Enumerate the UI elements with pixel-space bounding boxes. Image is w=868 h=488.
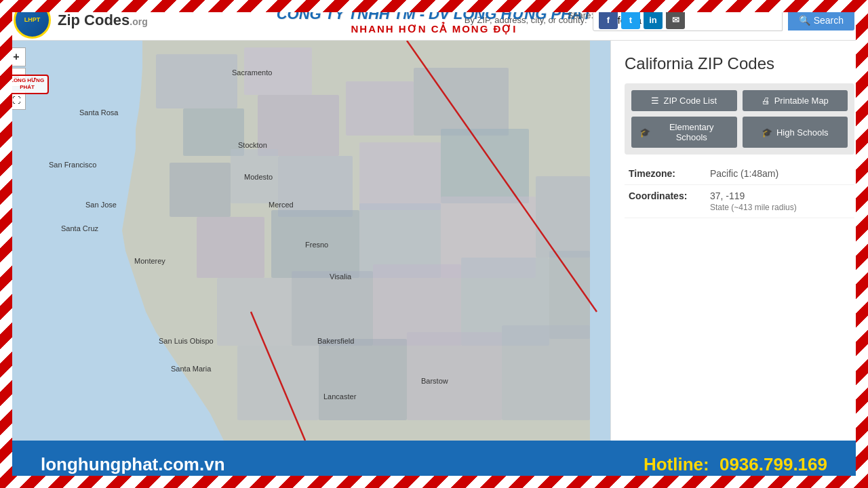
school-icon-high: 🎓 — [762, 127, 772, 138]
panel-title: California ZIP Codes — [625, 54, 854, 73]
list-icon: ☰ — [651, 96, 659, 106]
svg-rect-25 — [407, 332, 502, 420]
zip-code-list-label: ZIP Code List — [663, 96, 717, 106]
header: LHPT Zip Codes.org CÔNG TY TNHH TM - DV … — [0, 0, 868, 41]
zip-code-list-button[interactable]: ☰ ZIP Code List — [631, 90, 737, 111]
right-panel: California ZIP Codes ☰ ZIP Code List 🖨 P… — [610, 41, 868, 441]
elementary-schools-button[interactable]: 🎓 Elementary Schools — [631, 117, 737, 148]
svg-rect-26 — [502, 325, 590, 420]
search-button-label: Search — [814, 15, 844, 26]
site-title-area: Zip Codes.org — [58, 12, 148, 29]
svg-rect-10 — [441, 129, 529, 203]
printable-map-button[interactable]: 🖨 Printable Map — [743, 90, 848, 111]
search-icon: 🔍 — [799, 15, 810, 26]
site-name: Zip Codes — [58, 12, 130, 28]
timezone-row: Timezone: Pacific (1:48am) — [625, 163, 854, 185]
promo-banner: CÔNG TY TNHH TM - DV LONG HƯNG PHÁT NHAN… — [277, 5, 592, 35]
svg-rect-19 — [292, 271, 373, 346]
printable-map-label: Printable Map — [774, 96, 829, 106]
high-schools-button[interactable]: 🎓 High Schools — [743, 117, 848, 148]
logo-area: LHPT Zip Codes.org — [14, 1, 148, 39]
logo-circle: LHPT — [14, 1, 51, 39]
promo-subtitle: NHANH HƠN CẢ MONG ĐỢI — [277, 23, 592, 35]
hotline-label: Hotline: — [644, 454, 709, 474]
coordinates-sub: State (~413 mile radius) — [710, 203, 850, 212]
svg-rect-13 — [197, 217, 264, 278]
hotline-number: 0936.799.169 — [719, 454, 827, 474]
coordinates-row: Coordinates: 37, -119 State (~413 mile r… — [625, 185, 854, 218]
svg-rect-3 — [244, 47, 312, 95]
svg-rect-14 — [271, 210, 359, 278]
svg-rect-23 — [237, 346, 319, 420]
high-schools-label: High Schools — [776, 127, 829, 138]
map-container: + − ⛶ LONG HƯNGPHÁT Sacramento Santa Ros… — [0, 41, 610, 441]
main-content: + − ⛶ LONG HƯNGPHÁT Sacramento Santa Ros… — [0, 41, 868, 441]
map-svg — [0, 41, 610, 441]
twitter-share-button[interactable]: t — [621, 10, 640, 29]
svg-rect-2 — [156, 54, 237, 108]
share-icons-area: Share: f t in ✉ — [568, 10, 685, 29]
svg-rect-9 — [359, 142, 441, 210]
footer-website[interactable]: longhungphat.com.vn — [41, 454, 225, 475]
svg-rect-6 — [346, 81, 414, 136]
school-icon-elem: 🎓 — [639, 127, 650, 138]
facebook-share-button[interactable]: f — [599, 10, 618, 29]
zoom-in-button[interactable]: + — [7, 47, 26, 66]
logo-inner-text: LHPT — [24, 16, 41, 24]
elementary-label: Elementary Schools — [654, 122, 729, 142]
coordinates-label: Coordinates: — [625, 185, 706, 218]
timezone-value: Pacific (1:48am) — [706, 163, 854, 185]
svg-rect-12 — [170, 163, 231, 217]
printer-icon: 🖨 — [762, 96, 770, 106]
footer: longhungphat.com.vn Hotline: 0936.799.16… — [0, 441, 868, 488]
lhp-badge: LONG HƯNGPHÁT — [5, 75, 49, 94]
svg-rect-4 — [183, 108, 244, 156]
footer-hotline: Hotline: 0936.799.169 — [644, 454, 827, 475]
action-buttons-grid: ☰ ZIP Code List 🖨 Printable Map 🎓 Elemen… — [625, 83, 854, 155]
timezone-label: Timezone: — [625, 163, 706, 185]
svg-rect-7 — [414, 68, 509, 136]
info-table: Timezone: Pacific (1:48am) Coordinates: … — [625, 163, 854, 218]
promo-title: CÔNG TY TNHH TM - DV LONG HƯNG PHÁT — [277, 5, 592, 23]
svg-rect-11 — [231, 149, 278, 203]
svg-rect-5 — [258, 95, 339, 156]
svg-rect-18 — [217, 278, 292, 346]
svg-rect-8 — [278, 156, 353, 217]
svg-rect-24 — [319, 339, 407, 420]
site-suffix: .org — [130, 16, 147, 27]
coordinates-value: 37, -119 State (~413 mile radius) — [706, 185, 854, 218]
email-share-button[interactable]: ✉ — [666, 10, 685, 29]
search-button[interactable]: 🔍 Search — [788, 10, 854, 30]
svg-rect-17 — [536, 176, 590, 258]
linkedin-share-button[interactable]: in — [644, 10, 663, 29]
share-label: Share: — [568, 10, 593, 29]
